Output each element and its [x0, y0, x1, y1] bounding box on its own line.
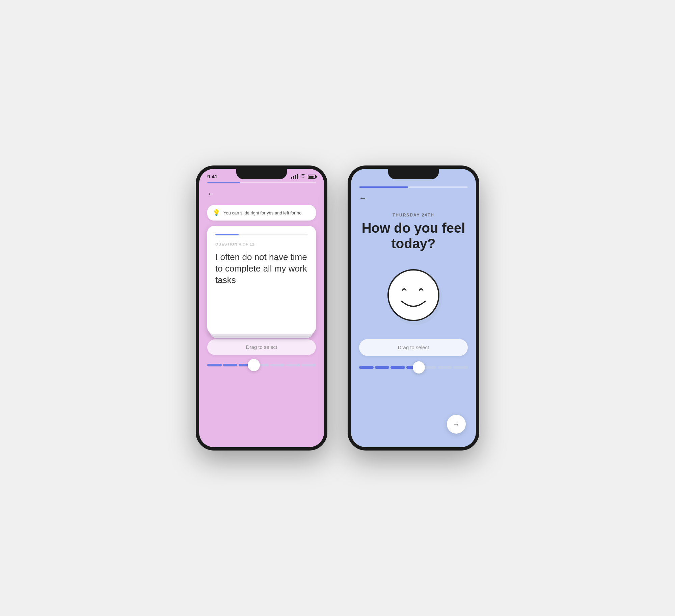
status-bar-2	[351, 169, 476, 184]
progress-bar-1	[199, 179, 324, 186]
slider2-seg-filled-3	[390, 366, 405, 369]
smiley-icon	[380, 261, 447, 329]
slider2-seg-filled-2	[375, 366, 389, 369]
progress-fill-1	[207, 182, 240, 183]
slider-seg-filled-2	[223, 364, 238, 366]
status-icons-1	[291, 174, 316, 179]
smiley-container	[351, 261, 476, 329]
drag-selector-2[interactable]: Drag to select	[359, 339, 468, 356]
next-arrow-icon: →	[453, 420, 460, 428]
slider-thumb-2[interactable]	[413, 361, 425, 374]
drag-selector-text-1: Drag to select	[246, 344, 277, 350]
phone-1: 9:41 ←	[196, 165, 327, 451]
back-button-1[interactable]: ←	[199, 186, 324, 202]
question-text: I often do not have time to complete all…	[215, 252, 308, 286]
question-card-stack: QUESTION 4 OF 12 I often do not have tim…	[207, 226, 316, 334]
question-card: QUESTION 4 OF 12 I often do not have tim…	[207, 226, 316, 334]
card-progress	[215, 234, 308, 235]
slider-seg-empty-2	[270, 364, 285, 366]
hint-box: 💡 You can slide right for yes and left f…	[207, 205, 316, 221]
slider2-seg-filled-1	[359, 366, 374, 369]
drag-selector-1[interactable]: Drag to select	[207, 339, 316, 355]
battery-icon-1	[308, 175, 316, 179]
slider2-seg-empty-2	[438, 366, 452, 369]
slider-seg-filled-1	[207, 364, 222, 366]
next-button[interactable]: →	[447, 415, 466, 434]
phone-1-screen: 9:41 ←	[199, 169, 324, 447]
date-label: THURSDAY 24TH	[351, 213, 476, 217]
signal-icon-1	[291, 174, 298, 179]
status-time-1: 9:41	[207, 174, 217, 179]
question-label: QUESTION 4 OF 12	[215, 242, 308, 246]
phone-2: ← THURSDAY 24TH How do you feel today? D…	[348, 165, 479, 451]
main-question: How do you feel today?	[361, 220, 466, 251]
slider-2[interactable]	[359, 361, 468, 374]
lightbulb-icon: 💡	[213, 209, 220, 216]
progress-bar-2	[351, 184, 476, 190]
slider-seg-empty-4	[301, 364, 316, 366]
slider2-seg-empty-3	[453, 366, 468, 369]
back-button-2[interactable]: ←	[351, 190, 476, 206]
progress-fill-2	[359, 186, 408, 188]
slider-seg-empty-3	[286, 364, 300, 366]
slider-1[interactable]	[207, 359, 316, 371]
status-bar-1: 9:41	[199, 169, 324, 179]
drag-selector-text-2: Drag to select	[398, 344, 429, 350]
slider-thumb-1[interactable]	[248, 359, 260, 371]
card-progress-fill	[215, 234, 239, 235]
svg-point-1	[388, 270, 439, 320]
wifi-icon-1	[300, 174, 306, 179]
hint-text: You can slide right for yes and left for…	[223, 210, 303, 215]
phone-2-screen: ← THURSDAY 24TH How do you feel today? D…	[351, 169, 476, 447]
